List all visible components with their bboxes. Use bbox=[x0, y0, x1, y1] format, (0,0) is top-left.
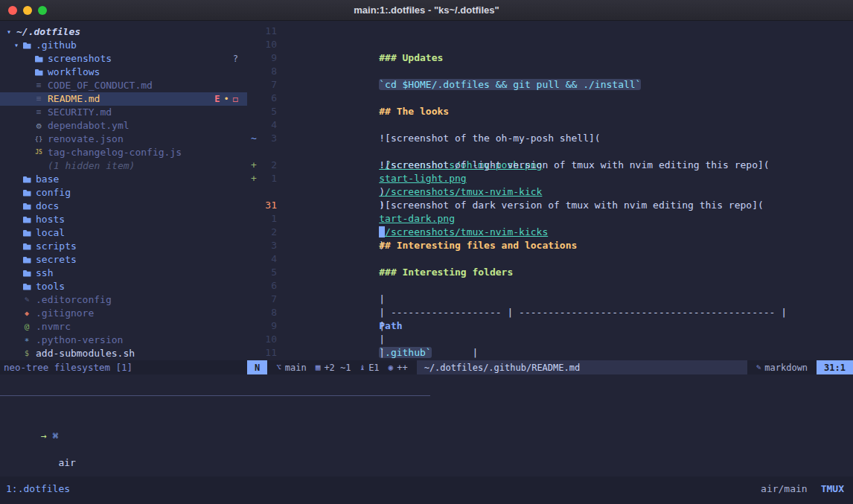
gutter-sign: ~ bbox=[249, 132, 259, 145]
editor-text: ![screenshot of light version of tmux wi… bbox=[286, 132, 770, 145]
tree-item[interactable]: ≡ CODE_OF_CONDUCT.md bbox=[0, 79, 247, 92]
gutter-sign bbox=[249, 25, 259, 38]
tree-item[interactable]: screenshots ? bbox=[0, 52, 247, 66]
tree-item[interactable]: $ add-submodules.sh bbox=[0, 347, 247, 360]
editor-line[interactable]: 7 | `.github` | GitHub Repository config… bbox=[249, 293, 853, 306]
prompt-input-line: → bbox=[6, 416, 853, 430]
line-number bbox=[259, 145, 277, 159]
line-number: 10 bbox=[259, 333, 277, 346]
line-number: 6 bbox=[259, 92, 277, 105]
editor-line[interactable]: 10 | `scripts` | Setup scripts. | bbox=[249, 333, 853, 346]
editor-line[interactable]: 6 bbox=[249, 92, 853, 105]
editor-text: | `scripts` | Setup scripts. | bbox=[286, 333, 723, 346]
tree-item[interactable]: workflows bbox=[0, 66, 247, 79]
tree-item[interactable]: ssh bbox=[0, 267, 247, 280]
tree-item-label: workflows bbox=[45, 66, 100, 79]
tree-item[interactable]: tools bbox=[0, 280, 247, 293]
editor-line[interactable]: 6 | ------------------- | --------------… bbox=[249, 279, 853, 293]
titlebar: main:1:.dotfiles - "ks~/.dotfiles" bbox=[0, 0, 853, 21]
tree-item[interactable]: base bbox=[0, 173, 247, 186]
python-file-icon: ∗ bbox=[21, 334, 33, 347]
gutter-sign bbox=[249, 293, 259, 306]
tree-item[interactable]: scripts bbox=[0, 240, 247, 253]
gutter-sign bbox=[249, 78, 259, 92]
line-number: 5 bbox=[259, 105, 277, 118]
editor-line[interactable]: + 1 ![screenshot of dark version of tmux… bbox=[249, 172, 853, 185]
tree-item[interactable]: config bbox=[0, 186, 247, 200]
close-button[interactable] bbox=[8, 6, 17, 15]
editor-line[interactable]: 4 bbox=[249, 118, 853, 132]
editor-line[interactable]: 11 ### Updates bbox=[249, 25, 853, 38]
zoom-button[interactable] bbox=[38, 6, 47, 15]
editor-line[interactable]: 8 bbox=[249, 65, 853, 78]
editor-text bbox=[286, 346, 368, 360]
editor-line[interactable]: 5 | Path | Description bbox=[249, 266, 853, 279]
gutter-sign bbox=[249, 319, 259, 333]
folder-icon bbox=[21, 42, 33, 49]
tree-item[interactable]: JS tag-changelog-config.js bbox=[0, 146, 247, 159]
editor-line[interactable]: start-light.png ) bbox=[249, 145, 853, 159]
tree-item-label: renovate.json bbox=[45, 133, 124, 146]
editor-text: start-light.png ) bbox=[286, 145, 467, 159]
editor-line[interactable]: 5 ![screenshot of the oh-my-posh shell](… bbox=[249, 105, 853, 118]
tree-item[interactable]: local bbox=[0, 226, 247, 240]
text-segment bbox=[379, 226, 385, 237]
tree-item[interactable]: ▾ .github bbox=[0, 39, 247, 52]
status-badge: ◻ bbox=[233, 92, 238, 106]
tree-item[interactable]: ∗ .python-version bbox=[0, 334, 247, 347]
minimize-button[interactable] bbox=[23, 6, 32, 15]
editor-line[interactable]: 11 bbox=[249, 346, 853, 360]
node-version-file-icon: @ bbox=[21, 320, 33, 334]
gutter-sign bbox=[249, 118, 259, 132]
tree-item[interactable]: ≡ README.md E • ◻ bbox=[0, 92, 247, 106]
gutter-sign bbox=[249, 212, 259, 226]
tree-item[interactable]: ▾ ~/.dotfiles bbox=[0, 25, 247, 39]
tree-item[interactable]: ≡ SECURITY.md bbox=[0, 106, 247, 119]
editor-line[interactable]: 10 bbox=[249, 38, 853, 51]
tree-item-label: docs bbox=[33, 200, 59, 213]
tree-item[interactable]: @ .nvmrc bbox=[0, 320, 247, 334]
cursor-position: 31:1 bbox=[817, 360, 853, 374]
tree-item[interactable]: hosts bbox=[0, 213, 247, 226]
git-diff: +2 ~1 bbox=[324, 361, 351, 374]
editor-line[interactable]: ~ 3 ![screenshot of light version of tmu… bbox=[249, 132, 853, 145]
tree-item[interactable]: (1 hidden item) bbox=[0, 159, 247, 173]
text-segment: ![screenshot of dark version of tmux wit… bbox=[379, 200, 764, 211]
git-branch: main bbox=[285, 361, 307, 374]
editor-line[interactable]: 9 | `local/bin` | Helper scripts that I'… bbox=[249, 319, 853, 333]
line-number: 1 bbox=[259, 172, 277, 185]
editor-text bbox=[286, 118, 368, 132]
terminal-pane[interactable]: ⌘ air ~/.dotfiles ↻ (⌥ ?1 ~2) 20.15.0 → bbox=[0, 396, 853, 476]
line-number: 7 bbox=[259, 78, 277, 92]
gutter-sign bbox=[249, 145, 259, 159]
tree-item[interactable]: docs bbox=[0, 200, 247, 213]
tree-item-label: SECURITY.md bbox=[45, 106, 112, 119]
editor-line[interactable]: 4 bbox=[249, 252, 853, 266]
editor-line[interactable]: 1 ## Interesting files and locations bbox=[249, 212, 853, 226]
json-file-icon: {} bbox=[33, 133, 45, 146]
editor-line[interactable]: 2 bbox=[249, 226, 853, 239]
yaml-file-icon: ⚙ bbox=[33, 119, 45, 133]
editor-text: tart-dark.png ) bbox=[286, 185, 455, 199]
editor-text bbox=[286, 226, 368, 239]
status-badge: • bbox=[224, 92, 229, 106]
status-badge: ? bbox=[233, 52, 238, 66]
tree-item[interactable]: ✎ .editorconfig bbox=[0, 293, 247, 307]
tree-item[interactable]: secrets bbox=[0, 253, 247, 267]
tree-item[interactable]: ◆ .gitignore bbox=[0, 307, 247, 320]
tree-item-label: .nvmrc bbox=[33, 320, 71, 334]
editor-line[interactable]: tart-dark.png ) bbox=[249, 185, 853, 199]
tree-item-label: screenshots bbox=[45, 52, 112, 66]
editor-text bbox=[286, 38, 368, 51]
line-number: 31 bbox=[259, 199, 277, 212]
markdown-file-icon: ≡ bbox=[33, 106, 45, 119]
editor-line[interactable]: 9 `cd $HOME/.dotfiles && git pull && ./i… bbox=[249, 51, 853, 65]
tree-item[interactable]: {} renovate.json bbox=[0, 133, 247, 146]
tmux-window-item[interactable]: 1:.dotfiles bbox=[6, 482, 70, 496]
tree-item[interactable]: ⚙ dependabot.yml bbox=[0, 119, 247, 133]
line-number: 8 bbox=[259, 306, 277, 319]
editor-text: | `hosts/{hostname}/` | Configs that sho… bbox=[286, 306, 665, 319]
gutter-sign bbox=[249, 306, 259, 319]
folder-icon bbox=[21, 203, 33, 210]
prompt-arrow-icon: → bbox=[41, 430, 47, 441]
